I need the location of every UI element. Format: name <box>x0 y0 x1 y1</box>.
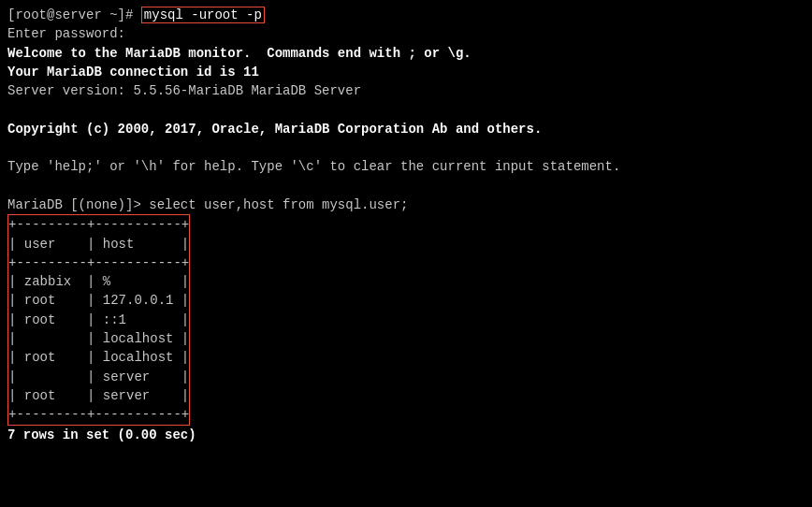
mariadb-prompt: MariaDB [(none)]> <box>7 197 149 212</box>
version-line: Server version: 5.5.56-MariaDB MariaDB S… <box>7 81 805 100</box>
table-row-4: | | localhost | <box>8 329 189 348</box>
table-row-1: | zabbix | % | <box>8 272 189 291</box>
welcome-line: Welcome to the MariaDB monitor. Commands… <box>7 44 805 63</box>
table-header: | user | host | <box>8 235 189 254</box>
query-text: select user,host from mysql.user; <box>149 197 408 212</box>
table-row-3: | root | ::1 | <box>8 311 189 329</box>
table-border-mid: +---------+-----------+ <box>8 254 189 272</box>
result-summary: 7 rows in set (0.00 sec) <box>7 426 805 444</box>
query-result-table: +---------+-----------+ | user | host | … <box>7 214 190 425</box>
table-row-2: | root | 127.0.0.1 | <box>8 291 189 310</box>
empty-line-1 <box>7 100 805 119</box>
query-prompt-line: MariaDB [(none)]> select user,host from … <box>7 196 805 214</box>
terminal: [root@server ~]# mysql -uroot -p Enter p… <box>7 6 805 501</box>
connection-line: Your MariaDB connection id is 11 <box>7 63 805 81</box>
empty-line-2 <box>7 138 805 157</box>
command-highlight: mysql -uroot -p <box>141 7 265 23</box>
table-row-7: | root | server | <box>8 386 189 405</box>
copyright-line: Copyright (c) 2000, 2017, Oracle, MariaD… <box>7 120 805 138</box>
table-row-6: | | server | <box>8 368 189 386</box>
password-line: Enter password: <box>7 24 805 43</box>
table-border-top: +---------+-----------+ <box>8 215 189 234</box>
table-border-bottom: +---------+-----------+ <box>8 405 189 424</box>
table-row-5: | root | localhost | <box>8 348 189 367</box>
help-line: Type 'help;' or '\h' for help. Type '\c'… <box>7 157 805 176</box>
prompt-line: [root@server ~]# mysql -uroot -p <box>7 6 805 24</box>
empty-line-3 <box>7 177 805 196</box>
prompt-text: [root@server ~]# <box>7 7 141 22</box>
